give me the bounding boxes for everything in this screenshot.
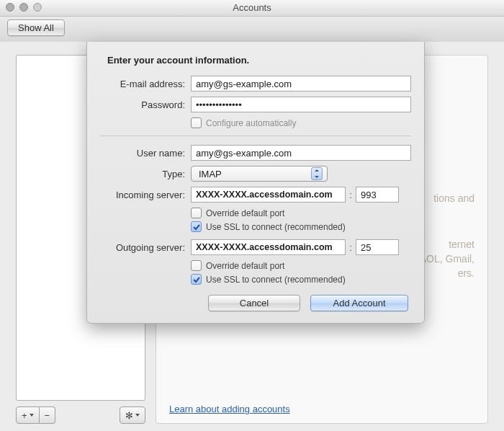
minus-icon: − — [45, 410, 50, 421]
type-select[interactable]: IMAP — [191, 166, 328, 182]
outgoing-override-port-label: Override default port — [206, 261, 284, 271]
incoming-label: Incoming server: — [100, 190, 191, 200]
account-setup-sheet: Enter your account information. E-mail a… — [86, 42, 425, 324]
email-label: E-mail address: — [100, 79, 191, 89]
email-field[interactable] — [191, 76, 411, 92]
outgoing-ssl-checkbox[interactable] — [191, 274, 202, 285]
window-close-button[interactable] — [6, 3, 14, 12]
chevron-down-icon — [30, 414, 34, 417]
outgoing-override-port-checkbox[interactable] — [191, 260, 202, 271]
outgoing-port-field[interactable] — [356, 239, 399, 255]
add-account-button[interactable]: + — [16, 406, 40, 424]
plus-icon: + — [22, 410, 27, 421]
outgoing-ssl-label: Use SSL to connect (recommended) — [206, 275, 346, 285]
password-field[interactable] — [191, 97, 411, 112]
add-account-button[interactable]: Add Account — [310, 295, 408, 311]
username-field[interactable] — [191, 145, 411, 161]
sidebar-footer: + − ✻ — [16, 406, 145, 424]
titlebar: Accounts — [0, 0, 504, 17]
incoming-ssl-checkbox[interactable] — [191, 221, 202, 232]
configure-auto-label: Configure automatically — [206, 118, 296, 128]
learn-link[interactable]: Learn about adding accounts — [169, 404, 290, 414]
window-zoom-button[interactable] — [33, 3, 42, 12]
incoming-port-field[interactable] — [356, 187, 399, 203]
cancel-button[interactable]: Cancel — [208, 295, 300, 311]
incoming-server-field[interactable] — [191, 187, 346, 203]
incoming-override-port-checkbox[interactable] — [191, 208, 202, 218]
incoming-override-port-label: Override default port — [206, 208, 284, 218]
incoming-ssl-label: Use SSL to connect (recommended) — [206, 222, 346, 232]
colon-sep: : — [346, 242, 356, 253]
select-arrows-icon — [311, 167, 323, 180]
type-value: IMAP — [199, 169, 222, 179]
password-label: Password: — [100, 99, 191, 110]
remove-account-button[interactable]: − — [40, 406, 56, 424]
toolbar: Show All — [0, 17, 504, 43]
gear-icon: ✻ — [125, 410, 133, 421]
sheet-heading: Enter your account information. — [107, 55, 411, 66]
divider — [100, 135, 411, 136]
chevron-down-icon — [135, 414, 140, 417]
traffic-lights — [6, 3, 42, 12]
actions-menu-button[interactable]: ✻ — [120, 406, 145, 424]
outgoing-label: Outgoing server: — [100, 242, 191, 253]
configure-auto-checkbox[interactable] — [191, 117, 202, 128]
outgoing-server-field[interactable] — [191, 239, 346, 255]
username-label: User name: — [100, 148, 191, 159]
window-title: Accounts — [233, 2, 271, 13]
window-minimize-button[interactable] — [19, 3, 28, 12]
accounts-window: Accounts Show All + − ✻ — [0, 0, 504, 431]
type-label: Type: — [100, 169, 191, 179]
colon-sep: : — [346, 190, 356, 200]
show-all-button[interactable]: Show All — [7, 19, 65, 36]
